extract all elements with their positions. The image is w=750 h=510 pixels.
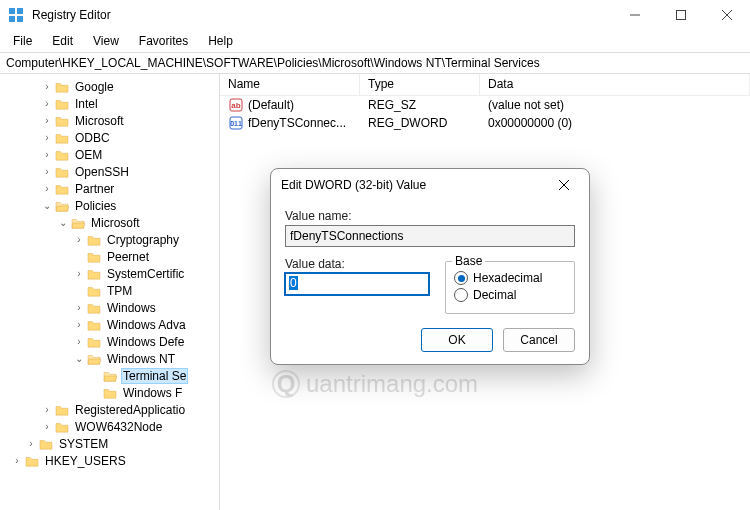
watermark-text: uantrimang.com [306, 370, 478, 398]
chevron-down-icon[interactable]: ⌄ [72, 353, 86, 364]
tree-item-label: Windows [105, 301, 158, 315]
value-data: (value not set) [480, 98, 750, 112]
folder-icon [86, 267, 102, 281]
tree-item[interactable]: ›HKEY_USERS [0, 452, 219, 469]
tree-item-label: Google [73, 80, 116, 94]
radio-hexadecimal[interactable]: Hexadecimal [454, 271, 566, 285]
list-header: Name Type Data [220, 74, 750, 96]
chevron-right-icon[interactable]: › [40, 421, 54, 432]
value-name: fDenyTSConnec... [248, 116, 346, 130]
menu-favorites[interactable]: Favorites [130, 32, 197, 50]
title-bar: Registry Editor [0, 0, 750, 30]
col-data[interactable]: Data [480, 74, 750, 95]
chevron-right-icon[interactable]: › [24, 438, 38, 449]
tree-item-label: Cryptography [105, 233, 181, 247]
chevron-right-icon[interactable]: › [72, 336, 86, 347]
tree-item[interactable]: ›Intel [0, 95, 219, 112]
chevron-down-icon[interactable]: ⌄ [56, 217, 70, 228]
svg-rect-5 [677, 11, 686, 20]
tree-item[interactable]: ›Cryptography [0, 231, 219, 248]
tree-item[interactable]: ›Partner [0, 180, 219, 197]
tree-item[interactable]: ›Google [0, 78, 219, 95]
tree-item[interactable]: Peernet [0, 248, 219, 265]
chevron-right-icon[interactable]: › [72, 302, 86, 313]
menu-file[interactable]: File [4, 32, 41, 50]
tree-item[interactable]: ›OpenSSH [0, 163, 219, 180]
chevron-right-icon[interactable]: › [40, 404, 54, 415]
folder-icon [86, 301, 102, 315]
col-name[interactable]: Name [220, 74, 360, 95]
dialog-close-button[interactable] [549, 170, 579, 200]
folder-icon [38, 437, 54, 451]
tree-item[interactable]: ›OEM [0, 146, 219, 163]
menu-help[interactable]: Help [199, 32, 242, 50]
chevron-right-icon[interactable]: › [40, 183, 54, 194]
chevron-right-icon[interactable]: › [40, 166, 54, 177]
value-name-label: Value name: [285, 209, 575, 223]
list-row[interactable]: 011fDenyTSConnec...REG_DWORD0x00000000 (… [220, 114, 750, 132]
dialog-title-bar[interactable]: Edit DWORD (32-bit) Value [271, 169, 589, 201]
chevron-right-icon[interactable]: › [40, 81, 54, 92]
chevron-right-icon[interactable]: › [40, 115, 54, 126]
value-type: REG_SZ [360, 98, 480, 112]
tree-item-label: Peernet [105, 250, 151, 264]
value-data-selection: 0 [289, 276, 298, 290]
chevron-right-icon[interactable]: › [72, 319, 86, 330]
tree-item[interactable]: ›Windows Defe [0, 333, 219, 350]
folder-icon [54, 131, 70, 145]
tree-item[interactable]: ⌄Windows NT [0, 350, 219, 367]
tree-item[interactable]: ›WOW6432Node [0, 418, 219, 435]
chevron-right-icon[interactable]: › [10, 455, 24, 466]
radio-dot-icon [454, 288, 468, 302]
chevron-right-icon[interactable]: › [40, 98, 54, 109]
tree-item-label: Windows Defe [105, 335, 186, 349]
tree-item[interactable]: ›Microsoft [0, 112, 219, 129]
app-icon [8, 7, 24, 23]
chevron-right-icon[interactable]: › [72, 234, 86, 245]
tree-item-label: HKEY_USERS [43, 454, 128, 468]
chevron-right-icon[interactable]: › [40, 132, 54, 143]
cancel-button[interactable]: Cancel [503, 328, 575, 352]
tree-item[interactable]: ⌄Policies [0, 197, 219, 214]
tree-item[interactable]: Terminal Se [0, 367, 219, 384]
col-type[interactable]: Type [360, 74, 480, 95]
tree-item[interactable]: ⌄Microsoft [0, 214, 219, 231]
tree-item-label: Microsoft [89, 216, 142, 230]
tree-item[interactable]: ›SYSTEM [0, 435, 219, 452]
tree-item[interactable]: Windows F [0, 384, 219, 401]
tree-item[interactable]: TPM [0, 282, 219, 299]
value-name: (Default) [248, 98, 294, 112]
folder-icon [54, 199, 70, 213]
edit-dword-dialog: Edit DWORD (32-bit) Value Value name: Va… [270, 168, 590, 365]
tree-item[interactable]: ›ODBC [0, 129, 219, 146]
tree-item[interactable]: ›SystemCertific [0, 265, 219, 282]
ok-button[interactable]: OK [421, 328, 493, 352]
tree-item-label: Intel [73, 97, 100, 111]
folder-icon [86, 352, 102, 366]
svg-rect-2 [9, 16, 15, 22]
tree-pane[interactable]: ›Google›Intel›Microsoft›ODBC›OEM›OpenSSH… [0, 74, 220, 510]
menu-edit[interactable]: Edit [43, 32, 82, 50]
value-data: 0x00000000 (0) [480, 116, 750, 130]
list-row[interactable]: ab(Default)REG_SZ(value not set) [220, 96, 750, 114]
close-button[interactable] [704, 0, 750, 30]
radio-decimal[interactable]: Decimal [454, 288, 566, 302]
value-data-input[interactable] [285, 273, 429, 295]
address-bar[interactable]: Computer\HKEY_LOCAL_MACHINE\SOFTWARE\Pol… [0, 52, 750, 74]
tree-item[interactable]: ›Windows [0, 299, 219, 316]
chevron-down-icon[interactable]: ⌄ [40, 200, 54, 211]
maximize-button[interactable] [658, 0, 704, 30]
value-type: REG_DWORD [360, 116, 480, 130]
value-data-label: Value data: [285, 257, 429, 271]
svg-text:ab: ab [231, 101, 240, 110]
value-name-input[interactable] [285, 225, 575, 247]
folder-icon [86, 318, 102, 332]
minimize-button[interactable] [612, 0, 658, 30]
tree-item[interactable]: ›RegisteredApplicatio [0, 401, 219, 418]
tree-item[interactable]: ›Windows Adva [0, 316, 219, 333]
chevron-right-icon[interactable]: › [72, 268, 86, 279]
folder-icon [102, 369, 118, 383]
address-text: Computer\HKEY_LOCAL_MACHINE\SOFTWARE\Pol… [6, 56, 540, 70]
menu-view[interactable]: View [84, 32, 128, 50]
chevron-right-icon[interactable]: › [40, 149, 54, 160]
